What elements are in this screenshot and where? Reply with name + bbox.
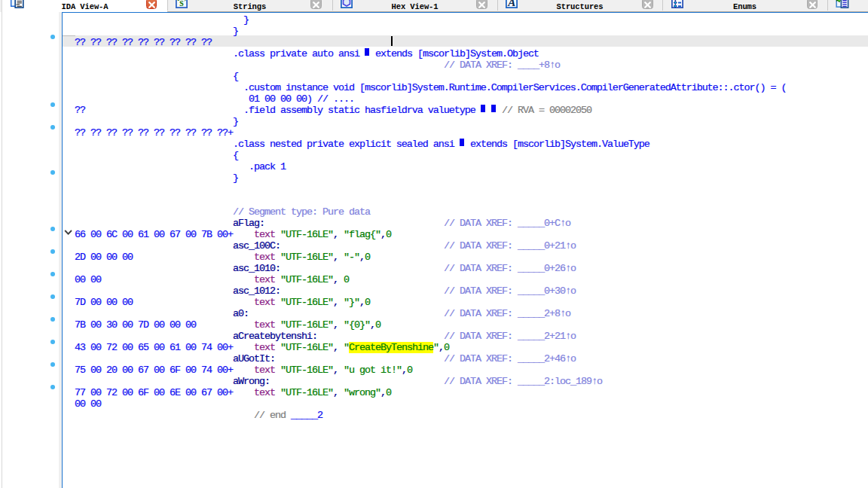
svg-text:A: A [507,0,515,8]
svg-text:’: ’ [183,0,186,8]
svg-text:‘: ‘ [176,0,179,8]
